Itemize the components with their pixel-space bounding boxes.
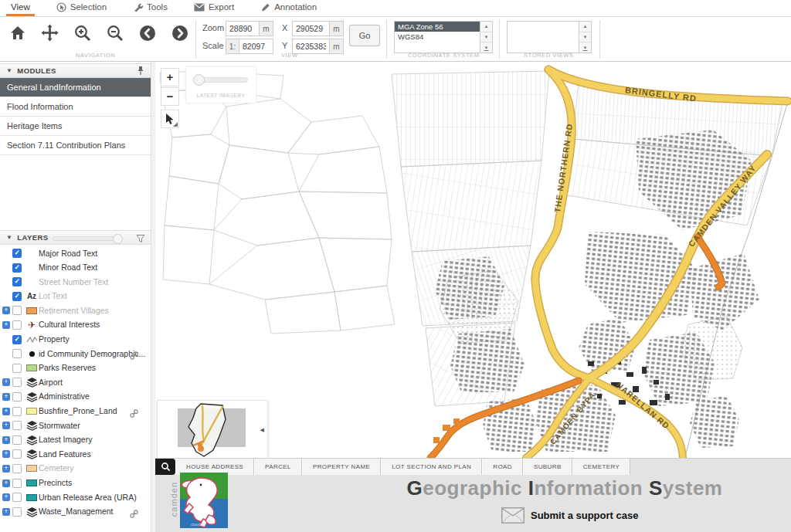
slider-knob[interactable]: [113, 234, 123, 244]
module-item[interactable]: Flood Information: [0, 97, 151, 117]
layer-checkbox[interactable]: [12, 421, 22, 430]
module-item[interactable]: General LandInformation: [0, 78, 151, 97]
expand-icon[interactable]: +: [2, 479, 10, 487]
layer-label: Parks Reserves: [39, 363, 96, 372]
menu-view[interactable]: View: [6, 0, 35, 16]
layer-checkbox[interactable]: [12, 249, 22, 258]
layer-opacity-slider[interactable]: [53, 236, 122, 241]
overview-minimap[interactable]: ◀: [157, 400, 268, 458]
layer-label: Latest Imagery: [39, 435, 92, 444]
pin-icon[interactable]: [137, 66, 144, 77]
spin-down-icon[interactable]: ▼: [579, 32, 591, 43]
layer-checkbox[interactable]: [12, 479, 22, 488]
stored-views-spinner: ▲ ▼ ▼: [579, 22, 591, 53]
filter-icon[interactable]: [136, 234, 145, 245]
layer-swatch: [25, 304, 38, 317]
zoom-out-button[interactable]: [105, 23, 124, 42]
layer-row: +Retirement Villages: [0, 303, 151, 318]
layer-row: +Land Features: [0, 447, 151, 462]
separator: [499, 20, 500, 59]
minimap-collapse-icon[interactable]: ◀: [260, 427, 264, 433]
layer-checkbox[interactable]: [12, 292, 22, 301]
menu-annotation[interactable]: Annotation: [256, 0, 321, 16]
zoom-input[interactable]: [226, 21, 260, 36]
search-tab-road[interactable]: ROAD: [482, 459, 523, 475]
expand-icon[interactable]: +: [2, 408, 10, 415]
spin-last-icon[interactable]: ▼: [480, 42, 492, 53]
menu-export[interactable]: Export: [189, 0, 239, 16]
expand-icon[interactable]: +: [2, 508, 10, 516]
expand-icon[interactable]: +: [2, 378, 10, 386]
coordinate-option-wgs84[interactable]: WGS84: [395, 32, 480, 42]
collapse-icon: ▼: [6, 234, 12, 241]
layer-checkbox[interactable]: [12, 449, 22, 459]
layer-swatch: [25, 477, 38, 490]
y-unit: m: [330, 39, 344, 54]
coordinate-system-caption: COORDINATE SYSTEM: [408, 52, 480, 59]
spin-last-icon[interactable]: ▼: [579, 42, 591, 53]
layer-checkbox[interactable]: [12, 364, 22, 373]
layer-checkbox[interactable]: [12, 277, 22, 286]
base-map[interactable]: BRINGELLY RDTHE NORTHERN RDCAMDEN VALLEY…: [155, 62, 791, 458]
map-zoom-out-button[interactable]: −: [161, 87, 179, 106]
module-item[interactable]: Section 7.11 Contribution Plans: [0, 136, 151, 155]
pan-button[interactable]: [40, 23, 59, 42]
expand-icon[interactable]: +: [2, 493, 10, 501]
layer-checkbox[interactable]: [12, 349, 22, 358]
coordinate-option-mga[interactable]: MGA Zone 56: [395, 22, 480, 32]
imagery-slider[interactable]: [194, 77, 248, 83]
zoom-in-button[interactable]: [73, 23, 92, 42]
expand-icon[interactable]: +: [2, 321, 10, 329]
layer-checkbox[interactable]: [12, 378, 22, 387]
layer-checkbox[interactable]: [12, 493, 22, 502]
map-viewport[interactable]: BRINGELLY RDTHE NORTHERN RDCAMDEN VALLEY…: [155, 62, 791, 458]
expand-icon[interactable]: +: [2, 307, 10, 314]
menu-selection[interactable]: Selection: [52, 0, 111, 16]
navigation-caption: NAVIGATION: [76, 52, 115, 59]
layer-row: Minor Road Text: [0, 261, 151, 276]
spin-up-icon[interactable]: ▲: [480, 22, 492, 32]
support-case-link[interactable]: Submit a support case: [501, 507, 638, 524]
ribbon-toolbar: NAVIGATION Zoom m Scale 1: X m Y m Go VI…: [0, 17, 791, 62]
layer-checkbox[interactable]: [12, 392, 22, 402]
imagery-slider-knob[interactable]: [193, 74, 205, 86]
search-tab-cemetery[interactable]: CEMETERY: [572, 459, 631, 475]
layer-checkbox[interactable]: [12, 263, 22, 273]
layer-checkbox[interactable]: [12, 335, 22, 344]
layer-checkbox[interactable]: [12, 320, 22, 330]
modules-header[interactable]: ▼ MODULES: [0, 63, 151, 78]
x-input[interactable]: [292, 21, 330, 36]
camden-council-logo[interactable]: camden council: [169, 473, 236, 532]
layer-label: Administrative: [39, 391, 90, 401]
menu-tools[interactable]: Tools: [128, 0, 172, 16]
search-tab-parcel[interactable]: PARCEL: [254, 459, 302, 475]
expand-icon[interactable]: +: [2, 393, 10, 401]
search-tab-suburb[interactable]: SUBURB: [523, 459, 572, 475]
spin-down-icon[interactable]: ▼: [480, 32, 492, 43]
scale-input[interactable]: [239, 39, 273, 54]
layers-header[interactable]: ▼ LAYERS: [0, 230, 151, 245]
search-tab-lot-section-and-plan[interactable]: LOT SECTION AND PLAN: [381, 459, 482, 475]
layer-checkbox[interactable]: [12, 306, 22, 315]
module-item[interactable]: Heritage Items: [0, 117, 151, 136]
expand-icon[interactable]: +: [2, 450, 10, 458]
expand-icon[interactable]: +: [2, 422, 10, 429]
expand-icon[interactable]: +: [2, 436, 10, 444]
spin-up-icon[interactable]: ▲: [579, 22, 591, 32]
map-zoom-in-button[interactable]: +: [161, 68, 179, 86]
layer-checkbox[interactable]: [12, 507, 22, 517]
stored-views-listbox[interactable]: ▲ ▼ ▼: [507, 21, 592, 53]
forward-button[interactable]: [170, 23, 189, 42]
back-button[interactable]: [137, 23, 157, 42]
link-icon[interactable]: [130, 507, 138, 521]
pointer-tool-button[interactable]: [161, 110, 179, 128]
layer-checkbox[interactable]: [12, 435, 22, 445]
go-button[interactable]: Go: [349, 25, 380, 46]
layer-row: +✈Cultural Interests: [0, 318, 151, 333]
layer-checkbox[interactable]: [12, 464, 22, 473]
search-tab-property-name[interactable]: PROPERTY NAME: [302, 459, 381, 475]
home-button[interactable]: [8, 23, 27, 42]
layer-checkbox[interactable]: [12, 407, 22, 416]
expand-icon[interactable]: +: [2, 465, 10, 473]
layer-row: +Latest Imagery: [0, 433, 151, 448]
